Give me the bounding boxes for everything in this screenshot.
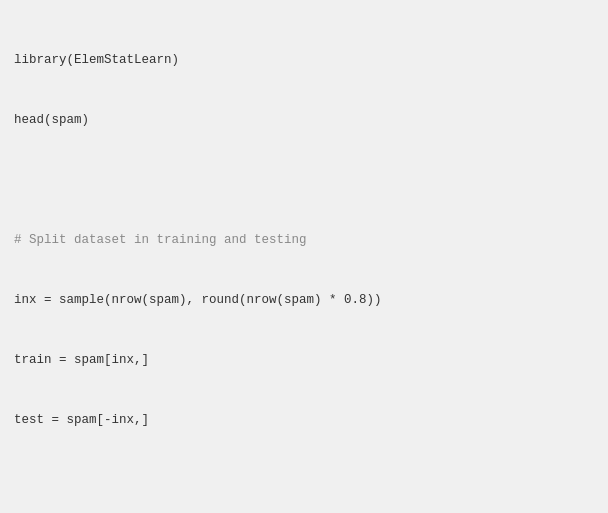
code-line-6: train = spam[inx,] — [14, 350, 594, 370]
fn-name: library — [14, 53, 67, 67]
code-editor: library(ElemStatLearn) head(spam) # Spli… — [0, 0, 608, 513]
code-line-7: test = spam[-inx,] — [14, 410, 594, 430]
code-line-3 — [14, 170, 594, 190]
fn-name: head — [14, 113, 44, 127]
code-line-4: # Split dataset in training and testing — [14, 230, 594, 250]
code-line-5: inx = sample(nrow(spam), round(nrow(spam… — [14, 290, 594, 310]
code-line-8 — [14, 470, 594, 490]
code-line-1: library(ElemStatLearn) — [14, 50, 594, 70]
code-line-2: head(spam) — [14, 110, 594, 130]
